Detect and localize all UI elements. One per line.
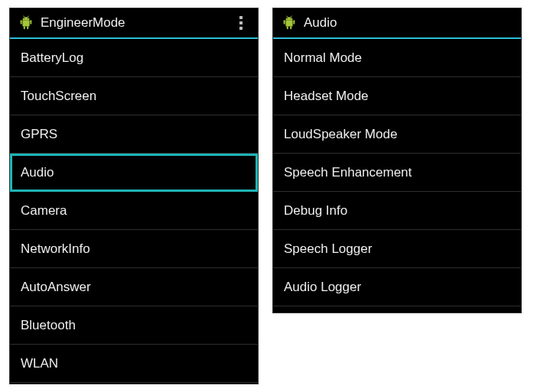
list-item-label: LoudSpeaker Mode: [284, 127, 397, 142]
android-icon: [18, 15, 34, 31]
audio-list: Normal ModeHeadset ModeLoudSpeaker ModeS…: [273, 39, 521, 313]
svg-rect-3: [24, 26, 25, 29]
svg-rect-2: [30, 20, 31, 24]
svg-rect-9: [285, 20, 292, 26]
list-item-label: Headset Mode: [284, 89, 369, 104]
svg-rect-4: [27, 26, 28, 29]
svg-point-16: [287, 18, 288, 18]
svg-line-5: [24, 16, 24, 18]
list-item[interactable]: Normal Mode: [273, 39, 521, 77]
list-item-label: Speech Enhancement: [284, 165, 412, 180]
list-item-label: NetworkInfo: [21, 241, 90, 257]
list-item[interactable]: Headset Mode: [273, 77, 521, 115]
svg-line-14: [287, 16, 288, 18]
list-item-label: GPRS: [21, 127, 57, 142]
list-item-label: Audio: [21, 165, 54, 180]
svg-point-7: [24, 18, 24, 18]
page-title: Audio: [304, 15, 513, 31]
page-title: EngineerMode: [41, 15, 232, 31]
svg-rect-1: [21, 20, 22, 24]
list-item[interactable]: WLAN: [10, 345, 258, 383]
engineer-mode-list: BatteryLogTouchScreenGPRSAudioCameraNetw…: [10, 39, 258, 384]
svg-point-8: [28, 18, 28, 18]
list-item-label: Bluetooth: [21, 318, 76, 333]
list-item-label: BatteryLog: [21, 50, 83, 66]
list-item-label: Camera: [21, 203, 67, 219]
header-bar: Audio: [273, 8, 521, 39]
list-item-label: Speech Logger: [284, 241, 372, 257]
list-item-label: Audio Logger: [284, 280, 361, 295]
list-item[interactable]: Debug Info: [273, 192, 521, 230]
list-item[interactable]: TouchScreen: [10, 77, 258, 115]
list-item-label: WLAN: [21, 356, 58, 371]
svg-rect-12: [287, 26, 288, 29]
engineer-mode-screen: EngineerMode BatteryLogTouchScreenGPRSAu…: [9, 8, 259, 384]
svg-line-15: [291, 16, 291, 18]
list-item[interactable]: Speech Enhancement: [273, 154, 521, 192]
svg-rect-10: [284, 20, 285, 24]
overflow-menu-icon[interactable]: [232, 8, 250, 37]
svg-rect-0: [22, 20, 29, 26]
list-item[interactable]: Bluetooth: [10, 306, 258, 345]
list-item-label: AutoAnswer: [21, 280, 91, 295]
list-item[interactable]: Speech Logger: [273, 230, 521, 268]
list-item[interactable]: NetworkInfo: [10, 230, 258, 268]
svg-rect-13: [290, 26, 291, 29]
svg-rect-11: [293, 20, 295, 24]
android-icon: [281, 15, 298, 31]
header-bar: EngineerMode: [10, 8, 258, 39]
list-item-label: TouchScreen: [21, 89, 96, 104]
audio-screen: Audio Normal ModeHeadset ModeLoudSpeaker…: [272, 8, 522, 313]
list-item-label: Normal Mode: [284, 50, 362, 66]
list-item[interactable]: Audio: [10, 154, 258, 192]
list-item-label: Debug Info: [284, 203, 347, 219]
list-item[interactable]: AutoAnswer: [10, 268, 258, 306]
list-item[interactable]: GPRS: [10, 115, 258, 154]
svg-line-6: [28, 16, 28, 18]
list-item[interactable]: BatteryLog: [10, 39, 258, 77]
svg-point-17: [291, 18, 291, 18]
list-item[interactable]: LoudSpeaker Mode: [273, 115, 521, 154]
list-item[interactable]: Camera: [10, 192, 258, 230]
list-item[interactable]: Audio Logger: [273, 268, 521, 306]
